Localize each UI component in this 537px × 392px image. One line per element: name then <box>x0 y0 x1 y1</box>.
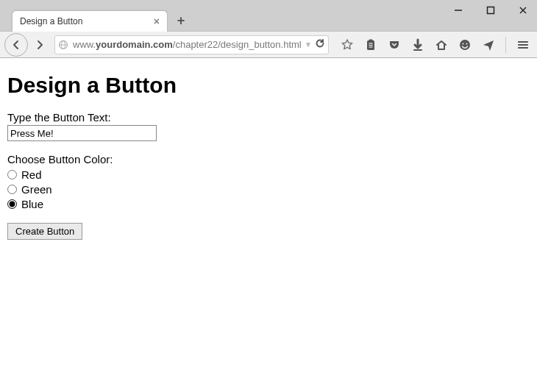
page-heading: Design a Button <box>7 73 530 98</box>
titlebar: Design a Button × + <box>0 0 537 31</box>
toolbar-separator <box>505 37 506 53</box>
close-window-button[interactable] <box>513 3 533 18</box>
bookmark-star-icon[interactable] <box>339 37 355 53</box>
radio-red[interactable] <box>7 170 17 179</box>
svg-point-16 <box>466 43 468 44</box>
color-option-green[interactable]: Green <box>7 182 530 196</box>
home-icon[interactable] <box>433 37 449 53</box>
new-tab-button[interactable]: + <box>171 10 191 31</box>
url-text: www.yourdomain.com/chapter22/design_butt… <box>73 39 302 50</box>
minimize-button[interactable] <box>449 3 468 18</box>
tab-close-icon[interactable]: × <box>154 16 160 26</box>
url-path: /chapter22/design_button.html <box>173 39 302 50</box>
button-text-label: Type the Button Text: <box>7 111 530 124</box>
tabstrip: Design a Button × + <box>0 0 191 31</box>
navbar: www.yourdomain.com/chapter22/design_butt… <box>0 31 537 58</box>
maximize-button[interactable] <box>481 3 500 18</box>
radio-green-label: Green <box>21 183 52 196</box>
button-text-input[interactable] <box>7 125 157 141</box>
radio-red-label: Red <box>21 168 42 181</box>
menu-icon[interactable] <box>515 37 531 53</box>
color-option-red[interactable]: Red <box>7 167 530 182</box>
page-content: Design a Button Type the Button Text: Ch… <box>0 58 537 246</box>
url-domain: yourdomain.com <box>96 39 173 50</box>
radio-blue-label: Blue <box>21 198 43 210</box>
svg-rect-1 <box>488 7 494 14</box>
back-button[interactable] <box>4 33 28 57</box>
radio-green[interactable] <box>7 185 17 194</box>
download-icon[interactable] <box>410 37 426 53</box>
tab-title: Design a Button <box>20 16 149 26</box>
svg-point-15 <box>463 43 464 44</box>
forward-button[interactable] <box>31 36 49 54</box>
url-prefix: www. <box>73 39 96 50</box>
color-option-blue[interactable]: Blue <box>7 196 530 211</box>
reload-button[interactable] <box>315 38 325 51</box>
radio-blue[interactable] <box>7 199 17 209</box>
send-icon[interactable] <box>480 37 497 53</box>
toolbar-icons <box>339 37 531 53</box>
url-dropdown-icon[interactable]: ▼ <box>305 40 312 49</box>
smiley-icon[interactable] <box>457 37 473 53</box>
create-button[interactable]: Create Button <box>7 223 82 240</box>
window-controls <box>449 3 533 18</box>
browser-tab[interactable]: Design a Button × <box>12 10 168 32</box>
svg-rect-8 <box>369 39 373 41</box>
svg-point-14 <box>460 40 470 50</box>
browser-chrome: Design a Button × + www.yourdomain.com/c… <box>0 0 537 58</box>
clipboard-icon[interactable] <box>363 37 379 53</box>
button-color-label: Choose Button Color: <box>7 153 530 165</box>
pocket-icon[interactable] <box>386 37 402 53</box>
url-bar[interactable]: www.yourdomain.com/chapter22/design_butt… <box>54 35 329 54</box>
globe-icon <box>58 40 68 50</box>
